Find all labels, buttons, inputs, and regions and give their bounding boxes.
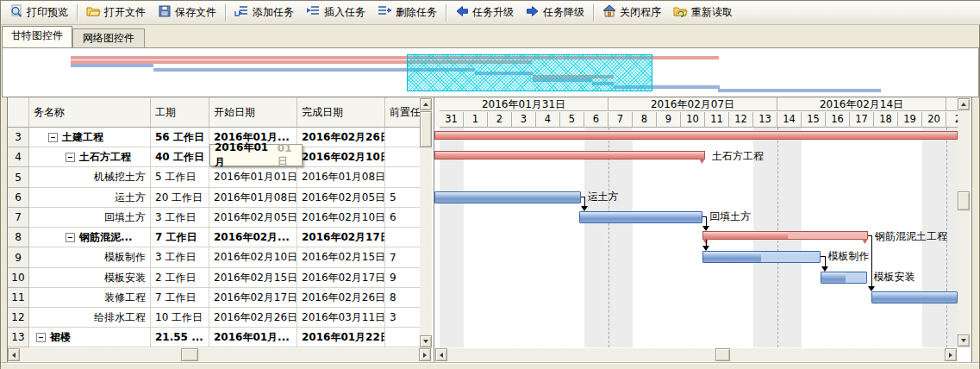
dependency-link — [584, 197, 585, 206]
table-row[interactable]: 12给排水工程10 工作日2016年02月26日2016年03月11日3 — [8, 308, 420, 328]
overview-bar-blue — [71, 64, 153, 67]
chart-hscroll-left-button[interactable] — [435, 348, 447, 361]
task-name-cell: 回填土方 — [29, 208, 151, 228]
collapse-icon[interactable] — [66, 153, 75, 162]
predecessor-cell — [385, 147, 420, 167]
duration-cell: 7 工作日 — [151, 228, 209, 247]
chart-vscroll-up-button[interactable] — [958, 98, 970, 110]
table-vscroll-down-button[interactable] — [420, 335, 432, 347]
duration-cell: 10 工作日 — [151, 308, 209, 328]
tab-gantt-control[interactable]: 甘特图控件 — [2, 26, 72, 47]
close-app-button[interactable]: 关闭程序 — [596, 3, 667, 23]
bar-remaining-segment — [788, 232, 867, 239]
table-row[interactable]: 7回填土方3 工作日2016年02月05日2016年02月10日6 — [8, 208, 420, 228]
table-row[interactable]: 13裙楼21.55 ...2016年01月...2016年01月22日 — [8, 328, 420, 347]
weekend-band — [946, 128, 958, 347]
table-row[interactable]: 5机械挖土方5 工作日2016年01月01日2016年01月08日 — [8, 167, 420, 188]
duration-cell: 5 工作日 — [151, 167, 209, 188]
add-task-button[interactable]: 添加任务 — [228, 3, 300, 23]
finish-date-cell: 2016年02月05日 — [297, 188, 385, 208]
finish-date-cell: 2016年02月17日 — [297, 228, 385, 247]
tooltip-text-strong: 2016年01月 — [215, 141, 278, 170]
start-date-cell: 2016年01月... — [209, 328, 297, 347]
table-row[interactable]: 10模板安装2 工作日2016年02月15日2016年02月17日9 — [8, 268, 420, 288]
delete-task-label: 删除任务 — [396, 5, 437, 20]
table-row[interactable]: 8钢筋混泥...7 工作日2016年02月...2016年02月17日 — [8, 228, 420, 247]
table-hscrollbar-track[interactable] — [8, 348, 432, 361]
task-name-cell: 模板制作 — [29, 247, 151, 268]
finish-date-cell: 2016年02月26日 — [297, 128, 385, 147]
collapse-icon[interactable] — [36, 333, 46, 342]
dependency-link — [706, 240, 707, 246]
row-number-cell: 13 — [8, 328, 29, 347]
row-number-cell: 6 — [8, 188, 29, 208]
table-hscroll-right-button[interactable] — [419, 348, 431, 361]
chart-vscrollbar-thumb[interactable] — [958, 191, 970, 210]
finish-date-cell: 2016年02月26日 — [297, 288, 385, 308]
table-vscroll-up-button[interactable] — [420, 98, 432, 110]
task-name-cell: 钢筋混泥... — [29, 228, 151, 247]
predecessor-cell: 9 — [385, 268, 420, 288]
day-header-cell: 31 — [440, 112, 464, 128]
delete-task-button[interactable]: 删除任务 — [371, 3, 443, 23]
reload-button[interactable]: 重新读取 — [667, 3, 739, 23]
table-hscroll-left-button[interactable] — [8, 348, 20, 361]
gantt-bar-label: 模板制作 — [827, 250, 869, 263]
add-task-label: 添加任务 — [253, 5, 294, 20]
toolbar-separator — [446, 4, 446, 22]
gantt-bar-summary[interactable] — [434, 151, 705, 159]
day-header-cell: 12 — [729, 112, 753, 128]
predecessor-cell: 5 — [385, 188, 420, 208]
chart-hscrollbar-track[interactable] — [434, 348, 958, 361]
week-header-cell — [946, 97, 958, 111]
gantt-bar-summary[interactable] — [702, 231, 868, 240]
add-task-icon — [234, 4, 249, 21]
weekend-band — [440, 128, 464, 347]
reload-label: 重新读取 — [691, 5, 733, 20]
start-date-cell: 2016年02月17日 — [209, 288, 297, 308]
open-file-button[interactable]: 打开文件 — [80, 3, 152, 23]
toolbar-separator — [77, 4, 78, 22]
print-preview-button[interactable]: 打印预览 — [3, 3, 74, 23]
overview-viewport-selection[interactable] — [407, 54, 652, 91]
gantt-bar-task[interactable] — [702, 251, 821, 263]
finish-date-cell: 2016年01月22日 — [297, 328, 385, 347]
predecessor-cell: 7 — [385, 247, 420, 268]
chart-hscroll-right-button[interactable] — [945, 348, 957, 361]
save-file-label: 保存文件 — [175, 5, 216, 20]
chart-vscroll-down-button[interactable] — [958, 335, 970, 347]
dependency-link-arrow — [702, 226, 709, 235]
day-header-cell: 19 — [898, 112, 922, 128]
gantt-bar-summary[interactable] — [434, 131, 958, 140]
insert-task-button[interactable]: 插入任务 — [300, 3, 371, 23]
table-row[interactable]: 6运土方20 工作日2016年01月08日2016年02月05日5 — [8, 188, 420, 208]
finish-date-cell: 2016年02月15日 — [297, 247, 385, 268]
gantt-bar-task[interactable] — [579, 211, 702, 223]
chart-vscrollbar-track[interactable] — [958, 97, 970, 348]
task-name-cell: 装修工程 — [29, 288, 151, 308]
table-row[interactable]: 9模板制作3 工作日2016年02月10日2016年02月15日7 — [8, 247, 420, 268]
day-header-cell: 20 — [922, 112, 946, 128]
task-name-cell: 运土方 — [29, 188, 151, 208]
predecessor-cell — [385, 228, 420, 247]
row-number-cell: 12 — [8, 308, 29, 328]
table-hscrollbar-thumb[interactable] — [181, 348, 198, 361]
start-date-cell: 2016年02月15日 — [209, 268, 297, 288]
gantt-bar-task[interactable] — [871, 291, 958, 303]
collapse-icon[interactable] — [48, 133, 58, 142]
collapse-icon[interactable] — [66, 233, 75, 242]
demote-task-button[interactable]: 任务降级 — [520, 3, 590, 23]
duration-cell: 56 工作日 — [151, 128, 209, 147]
save-file-button[interactable]: 保存文件 — [152, 3, 222, 23]
tab-network-control[interactable]: 网络图控件 — [72, 28, 145, 48]
table-row[interactable]: 11装修工程7 工作日2016年02月17日2016年02月26日8 — [8, 288, 420, 308]
chart-hscrollbar-thumb[interactable] — [715, 348, 730, 361]
promote-task-button[interactable]: 任务升级 — [449, 3, 520, 23]
finish-date-cell: 2016年02月10日 — [297, 147, 385, 167]
week-header-cell: 2016年02月07日 — [609, 97, 777, 111]
table-vscrollbar-thumb[interactable] — [420, 111, 432, 147]
project-overview-pane[interactable] — [2, 47, 979, 97]
predecessor-cell: 8 — [385, 288, 420, 308]
start-date-cell: 2016年02月10日 — [209, 247, 297, 268]
gantt-bar-task[interactable] — [434, 191, 581, 203]
